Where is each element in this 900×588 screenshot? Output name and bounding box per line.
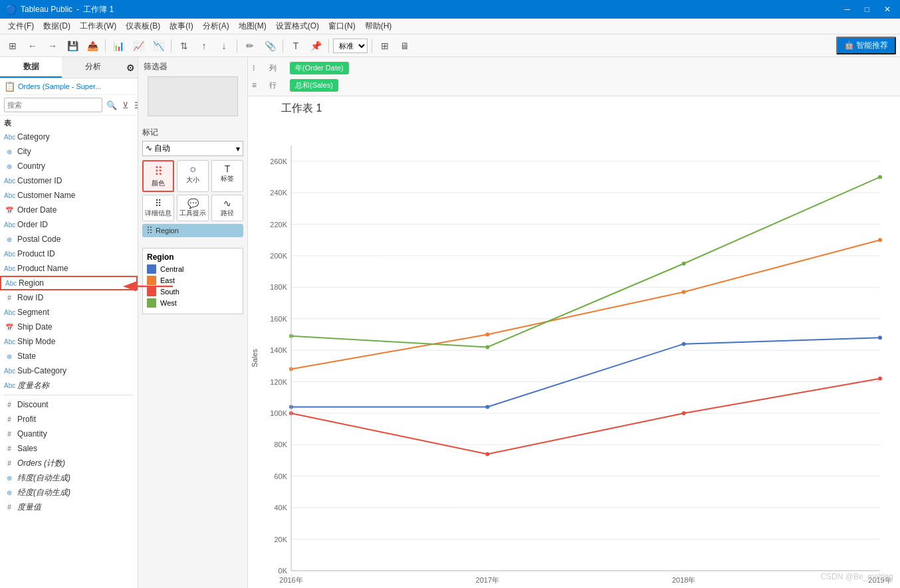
close-button[interactable]: ✕ (880, 3, 895, 15)
toolbar-swap[interactable]: ⇅ (175, 37, 193, 54)
field-orders-count[interactable]: # Orders (计数) (0, 456, 138, 470)
field-state[interactable]: ⊕ State (0, 349, 138, 363)
toolbar-chart2[interactable]: 📈 (130, 37, 147, 54)
field-longitude-label: 经度(自动生成) (17, 487, 70, 498)
menu-story[interactable]: 故事(I) (166, 19, 197, 33)
field-city[interactable]: ⊕ City (0, 144, 138, 159)
field-subcategory-icon: Abc (4, 367, 15, 375)
menu-format[interactable]: 设置格式(O) (272, 19, 323, 33)
mark-detail-label: 详细信息 (145, 209, 171, 218)
toolbar-export[interactable]: 📤 (84, 37, 101, 54)
field-orderid-label: Order ID (17, 220, 48, 229)
tab-analysis[interactable]: 分析 (62, 57, 124, 78)
field-profit[interactable]: # Profit (0, 412, 138, 427)
filter-icon[interactable]: ⊻ (121, 99, 130, 112)
filter-drop-zone[interactable] (148, 76, 238, 116)
toolbar-pin[interactable]: 📌 (307, 37, 324, 54)
row-shelf-label: 行 (269, 80, 286, 90)
field-ship-mode[interactable]: Abc Ship Mode (0, 334, 138, 349)
toolbar-sep3 (237, 39, 237, 52)
field-postal-code[interactable]: ⊕ Postal Code (0, 232, 138, 246)
field-ship-date[interactable]: 📅 Ship Date (0, 320, 138, 334)
field-measure-names[interactable]: Abc 度量名称 (0, 378, 138, 393)
menu-worksheet[interactable]: 工作表(W) (76, 19, 120, 33)
menu-data[interactable]: 数据(D) (39, 19, 74, 33)
col-shelf-pill[interactable]: 年(Order Date) (290, 62, 349, 74)
panel-settings-icon[interactable]: ⚙ (124, 57, 138, 78)
field-quantity[interactable]: # Quantity (0, 427, 138, 441)
field-segment[interactable]: Abc Segment (0, 305, 138, 320)
field-sales[interactable]: # Sales (0, 441, 138, 456)
toolbar-home[interactable]: ⊞ (4, 37, 21, 54)
toolbar-chart1[interactable]: 📊 (110, 37, 127, 54)
field-orderdate-label: Order Date (17, 205, 56, 215)
toolbar-chart3[interactable]: 📉 (150, 37, 167, 54)
tab-data[interactable]: 数据 (0, 57, 62, 78)
row-shelf-icon: ≡ (252, 80, 265, 90)
shelf-area: ⫶ 列 年(Order Date) ≡ 行 总和(Sales) (248, 57, 900, 96)
field-category[interactable]: Abc Category (0, 130, 138, 144)
search-input[interactable] (4, 98, 102, 112)
toolbar-save[interactable]: 💾 (64, 37, 81, 54)
search-icon[interactable]: 🔍 (105, 99, 118, 112)
toolbar-sort-desc[interactable]: ↓ (215, 37, 233, 54)
toolbar-annotate[interactable]: 📎 (261, 37, 279, 54)
maximize-button[interactable]: □ (861, 3, 873, 15)
field-region[interactable]: Abc Region (0, 276, 138, 290)
toolbar-grid[interactable]: ⊞ (376, 37, 394, 54)
mark-path-btn[interactable]: ∿ 路径 (211, 195, 243, 221)
field-order-date[interactable]: 📅 Order Date (0, 203, 138, 217)
col-shelf-row: ⫶ 列 年(Order Date) (252, 59, 896, 76)
mark-tooltip-btn[interactable]: 💬 工具提示 (177, 195, 209, 221)
datasource-row[interactable]: 📋 Orders (Sample - Super... (0, 78, 138, 95)
menu-bar: 文件(F) 数据(D) 工作表(W) 仪表板(B) 故事(I) 分析(A) 地图… (0, 19, 900, 35)
mark-size-btn[interactable]: ○ 大小 (177, 160, 209, 192)
field-sub-category[interactable]: Abc Sub-Category (0, 363, 138, 378)
mark-color-btn[interactable]: ⠿ 颜色 (142, 160, 174, 192)
field-orderdate-icon: 📅 (4, 207, 15, 214)
mark-path-icon: ∿ (223, 198, 231, 209)
field-product-id[interactable]: Abc Product ID (0, 246, 138, 261)
center-panel: 筛选器 标记 ∿ 自动 ▾ ⠿ 颜色 ○ 大小 T 标签 (138, 57, 248, 588)
toolbar-scale-select[interactable]: 标准 (333, 39, 368, 53)
menu-dashboard[interactable]: 仪表板(B) (122, 19, 164, 33)
view-options-icon[interactable]: ☰ (133, 99, 138, 112)
field-state-label: State (17, 351, 36, 361)
row-shelf-row: ≡ 行 总和(Sales) (252, 76, 896, 94)
toolbar-pen[interactable]: ✏ (241, 37, 259, 54)
toolbar-forward[interactable]: → (44, 37, 61, 54)
menu-analysis[interactable]: 分析(A) (199, 19, 233, 33)
mark-path-label: 路径 (221, 209, 234, 218)
toolbar-text[interactable]: T (287, 37, 304, 54)
mark-detail-btn[interactable]: ⠿ 详细信息 (142, 195, 174, 221)
menu-file[interactable]: 文件(F) (4, 19, 38, 33)
col-shelf-icon: ⫶ (252, 63, 265, 72)
menu-window[interactable]: 窗口(N) (324, 19, 360, 33)
toolbar-sort-asc[interactable]: ↑ (195, 37, 213, 54)
field-order-id[interactable]: Abc Order ID (0, 217, 138, 232)
menu-help[interactable]: 帮助(H) (361, 19, 396, 33)
field-customer-name[interactable]: Abc Customer Name (0, 188, 138, 203)
toolbar-back[interactable]: ← (24, 37, 41, 54)
title-controls[interactable]: ─ □ ✕ (840, 3, 895, 15)
field-subcategory-label: Sub-Category (17, 366, 66, 375)
field-sales-label: Sales (17, 444, 37, 453)
row-shelf-pill[interactable]: 总和(Sales) (290, 79, 338, 92)
mark-label-btn[interactable]: T 标签 (211, 160, 243, 192)
field-row-id[interactable]: # Row ID (0, 290, 138, 305)
field-customer-id[interactable]: Abc Customer ID (0, 173, 138, 188)
toolbar-present[interactable]: 🖥 (396, 37, 413, 54)
field-country[interactable]: ⊕ Country (0, 159, 138, 173)
minimize-button[interactable]: ─ (840, 3, 854, 15)
field-sales-icon: # (4, 445, 15, 452)
field-latitude[interactable]: ⊕ 纬度(自动生成) (0, 470, 138, 485)
field-longitude[interactable]: ⊕ 经度(自动生成) (0, 485, 138, 500)
marks-dropdown[interactable]: ∿ 自动 ▾ (142, 141, 243, 156)
region-pill[interactable]: ⠿ Region (142, 224, 243, 237)
smart-recommend-button[interactable]: 🤖 智能推荐 (836, 37, 896, 54)
marks-buttons-grid: ⠿ 颜色 ○ 大小 T 标签 ⠿ 详细信息 💬 工具提示 (142, 160, 243, 221)
field-discount[interactable]: # Discount (0, 397, 138, 412)
menu-map[interactable]: 地图(M) (235, 19, 271, 33)
field-product-name[interactable]: Abc Product Name (0, 261, 138, 276)
field-measure-values[interactable]: # 度量值 (0, 500, 138, 514)
